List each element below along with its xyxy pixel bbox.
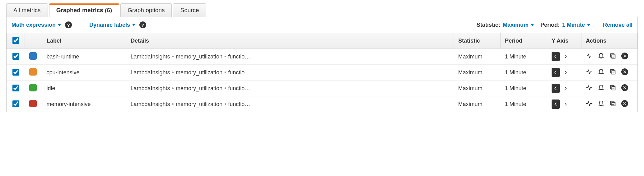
row-details: LambdaInsights•memory_utilization•functi… [126, 81, 454, 96]
metric: memory_utilization [176, 101, 222, 107]
svg-rect-1 [610, 53, 614, 57]
color-swatch[interactable] [29, 84, 37, 91]
row-period[interactable]: 1 Minute [501, 96, 547, 112]
pulse-icon[interactable] [586, 84, 593, 91]
chevron-down-icon [132, 24, 136, 26]
remove-all-link[interactable]: Remove all [603, 22, 632, 28]
dimension: functio… [228, 101, 250, 107]
copy-icon[interactable] [609, 100, 616, 107]
pulse-icon[interactable] [586, 100, 593, 107]
row-label[interactable]: bash-runtime [42, 49, 126, 65]
row-period[interactable]: 1 Minute [501, 65, 547, 81]
remove-row-icon[interactable] [621, 53, 628, 59]
select-all-checkbox[interactable] [12, 37, 19, 44]
period-label: Period: [540, 22, 560, 28]
color-swatch[interactable] [29, 100, 37, 107]
toolbar: Math expression ? Dynamic labels ? Stati… [7, 17, 637, 33]
dynamic-labels-help-icon[interactable]: ? [139, 21, 146, 28]
period-value: 1 Minute [562, 22, 585, 28]
svg-rect-0 [612, 55, 615, 58]
bell-icon[interactable] [598, 100, 604, 107]
yaxis-left-button[interactable] [552, 68, 560, 77]
svg-rect-2 [612, 71, 615, 74]
column-header-yaxis[interactable]: Y Axis [547, 33, 581, 49]
math-expression-label: Math expression [12, 22, 56, 28]
tab-source[interactable]: Source [173, 3, 206, 17]
svg-rect-5 [610, 85, 614, 89]
statistic-label: Statistic: [477, 22, 500, 28]
copy-icon[interactable] [609, 68, 616, 75]
tab-graphed-metrics[interactable]: Graphed metrics (6) [49, 3, 119, 17]
row-label[interactable]: memory-intensive [42, 96, 126, 112]
table-row: idle LambdaInsights•memory_utilization•f… [7, 81, 637, 96]
namespace: LambdaInsights [131, 101, 170, 107]
dimension: functio… [228, 85, 250, 91]
statistic-value: Maximum [503, 22, 529, 28]
tab-all-metrics[interactable]: All metrics [6, 3, 48, 17]
row-statistic[interactable]: Maximum [454, 49, 501, 65]
metric: memory_utilization [176, 53, 222, 60]
bell-icon[interactable] [598, 84, 604, 91]
column-header-period[interactable]: Period [501, 33, 547, 49]
chevron-down-icon [530, 24, 534, 26]
row-checkbox[interactable] [12, 100, 19, 107]
color-swatch[interactable] [29, 68, 37, 76]
row-statistic[interactable]: Maximum [454, 65, 501, 81]
copy-icon[interactable] [609, 53, 616, 59]
svg-rect-3 [610, 69, 614, 73]
row-checkbox[interactable] [12, 69, 19, 76]
row-checkbox[interactable] [12, 85, 19, 91]
table-row: memory-intensive LambdaInsights•memory_u… [7, 96, 637, 112]
row-details: LambdaInsights•memory_utilization•functi… [126, 96, 454, 112]
yaxis-left-button[interactable] [552, 84, 560, 93]
yaxis-right-button[interactable] [563, 68, 568, 77]
row-statistic[interactable]: Maximum [454, 81, 501, 96]
svg-rect-6 [612, 102, 615, 106]
remove-row-icon[interactable] [621, 68, 628, 75]
tabs-bar: All metrics Graphed metrics (6) Graph op… [6, 3, 638, 17]
column-header-color [25, 33, 42, 49]
dimension: functio… [228, 53, 250, 60]
row-period[interactable]: 1 Minute [501, 49, 547, 65]
color-swatch[interactable] [29, 52, 37, 60]
math-expression-dropdown[interactable]: Math expression [12, 22, 61, 28]
row-details: LambdaInsights•memory_utilization•functi… [126, 49, 454, 65]
remove-row-icon[interactable] [621, 100, 628, 107]
row-label[interactable]: idle [42, 81, 126, 96]
column-header-details[interactable]: Details [126, 33, 454, 49]
svg-rect-7 [610, 101, 614, 104]
dimension: functio… [228, 69, 250, 76]
dynamic-labels-label: Dynamic labels [89, 22, 130, 28]
namespace: LambdaInsights [131, 53, 170, 60]
yaxis-right-button[interactable] [563, 100, 568, 109]
column-header-label[interactable]: Label [42, 33, 126, 49]
dynamic-labels-dropdown[interactable]: Dynamic labels [89, 22, 136, 28]
tab-graph-options[interactable]: Graph options [120, 3, 172, 17]
namespace: LambdaInsights [131, 69, 170, 76]
column-header-checkbox [7, 33, 25, 49]
pulse-icon[interactable] [586, 53, 593, 59]
pulse-icon[interactable] [586, 68, 593, 75]
bell-icon[interactable] [598, 68, 604, 75]
chevron-down-icon [587, 24, 590, 26]
row-label[interactable]: cpu-intensive [42, 65, 126, 81]
row-checkbox[interactable] [12, 53, 19, 60]
copy-icon[interactable] [609, 84, 616, 91]
row-statistic[interactable]: Maximum [454, 96, 501, 112]
column-header-statistic[interactable]: Statistic [454, 33, 501, 49]
statistic-dropdown[interactable]: Maximum [503, 22, 534, 28]
yaxis-right-button[interactable] [563, 52, 568, 61]
yaxis-right-button[interactable] [563, 84, 568, 93]
remove-row-icon[interactable] [621, 84, 628, 91]
metric: memory_utilization [176, 69, 222, 76]
math-expression-help-icon[interactable]: ? [65, 21, 72, 28]
period-dropdown[interactable]: 1 Minute [562, 22, 590, 28]
column-header-actions: Actions [581, 33, 637, 49]
graphed-metrics-panel: Math expression ? Dynamic labels ? Stati… [6, 17, 638, 112]
bell-icon[interactable] [598, 53, 604, 59]
yaxis-left-button[interactable] [552, 100, 560, 109]
row-period[interactable]: 1 Minute [501, 81, 547, 96]
table-row: cpu-intensive LambdaInsights•memory_util… [7, 65, 637, 81]
yaxis-left-button[interactable] [552, 52, 560, 61]
chevron-down-icon [58, 24, 61, 26]
